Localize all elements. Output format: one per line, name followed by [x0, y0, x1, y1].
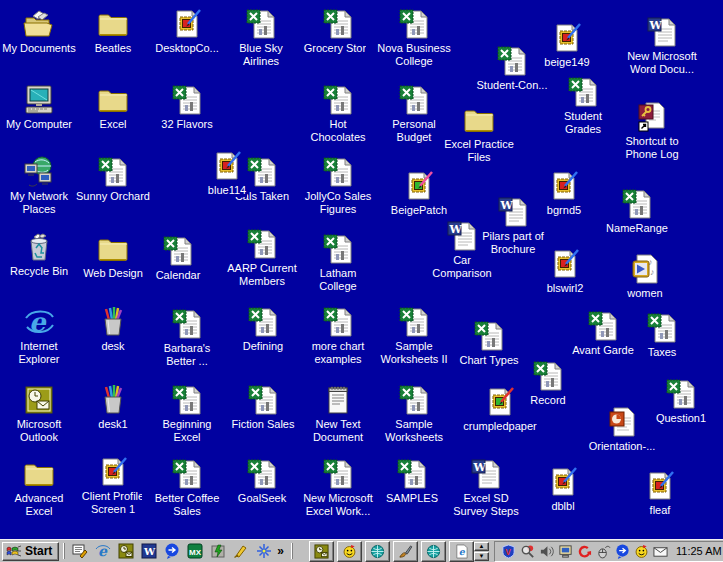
scroll-down-button[interactable]: ▼ — [474, 552, 489, 561]
quick-launch-msn-messenger-icon[interactable] — [163, 543, 180, 560]
desktop-icon-new-text-document[interactable]: New Text Document — [302, 384, 374, 444]
icon-label: My Documents — [1, 42, 76, 55]
paint-icon — [548, 170, 580, 202]
desktop-icon-shortcut-to-phone-log[interactable]: Shortcut to Phone Log — [612, 101, 692, 161]
desktop-icon-fiction-sales[interactable]: Fiction Sales — [221, 384, 305, 431]
desktop-icon-blue-sky-airlines[interactable]: Blue Sky Airlines — [231, 8, 291, 68]
desktop-icon-goalseek[interactable]: GoalSeek — [225, 458, 299, 505]
start-button[interactable]: Start — [2, 542, 59, 561]
desktop-icon-women[interactable]: ♪♪ women — [608, 253, 682, 300]
quick-launch-overflow-chevron[interactable]: » — [274, 544, 287, 558]
tray-antivirus-shield-icon[interactable]: V — [500, 543, 516, 559]
window-button-globe[interactable] — [365, 541, 390, 562]
desktop-icon-dblbl[interactable]: dblbl — [526, 466, 600, 513]
desktop-icon-new-microsoft-word-docu[interactable]: W New Microsoft Word Docu... — [614, 16, 710, 76]
paint-icon — [551, 22, 583, 54]
icon-label: Latham College — [309, 267, 367, 293]
window-button-outlook[interactable] — [309, 541, 334, 562]
desktop-icon-namerange[interactable]: NameRange — [595, 188, 679, 235]
desktop-icon-blue114[interactable]: blue114 — [190, 150, 264, 197]
quick-launch-studio-mx-icon[interactable]: MX — [186, 543, 203, 560]
excel-icon — [97, 156, 129, 188]
folder-icon — [463, 104, 495, 136]
desktop[interactable]: My Documents Beatles DesktopCo... Blue S… — [0, 0, 723, 539]
desktop-icon-more-chart-examples[interactable]: more chart examples — [299, 306, 377, 366]
desktop-icon-my-computer[interactable]: My Computer — [0, 84, 81, 131]
desktop-icon-bgrnd5[interactable]: bgrnd5 — [527, 170, 601, 217]
desktop-icon-car-comparison[interactable]: W Car Comparison — [424, 220, 500, 280]
excel-icon — [162, 235, 194, 267]
desktop-icon-beige149[interactable]: beige149 — [530, 22, 604, 69]
desktop-icon-microsoft-outlook[interactable]: Microsoft Outlook — [6, 384, 72, 444]
desktop-icon-beigepatch[interactable]: BeigePatch — [377, 170, 461, 217]
icon-label: GoalSeek — [237, 492, 287, 505]
quick-launch-show-desktop-icon[interactable] — [71, 543, 88, 560]
desktop-icon-my-documents[interactable]: My Documents — [0, 8, 81, 55]
icon-label: beige149 — [543, 56, 590, 69]
desktop-icon-nova-business-college[interactable]: Nova Business College — [366, 8, 462, 68]
desktop-icon-beginning-excel[interactable]: Beginning Excel — [153, 384, 221, 444]
icon-label: Blue Sky Airlines — [231, 42, 291, 68]
tray-quicktime-icon[interactable] — [576, 543, 592, 559]
quick-launch-flash-tool-icon[interactable] — [232, 543, 249, 560]
desktop-icon-aarp-current-members[interactable]: AARP Current Members — [212, 228, 312, 288]
desktop-icon-excel-sd-survey-steps[interactable]: W Excel SD Survey Steps — [448, 458, 524, 518]
desktop-icon-hot-chocolates[interactable]: Hot Chocolates — [301, 84, 375, 144]
icon-label: blue114 — [207, 184, 247, 197]
excel-icon — [396, 458, 428, 490]
desktop-icon-defining[interactable]: Defining — [226, 306, 300, 353]
icon-label: Sunny Orchard — [75, 190, 151, 203]
svg-text:V: V — [505, 546, 511, 556]
taskbar-grip-2[interactable] — [291, 543, 293, 559]
desktop-icon-calendar[interactable]: Calendar — [141, 235, 215, 282]
tray-mouse-icon[interactable] — [595, 543, 611, 559]
window-button-paintbrush-3[interactable] — [393, 541, 418, 562]
icon-label: My Computer — [5, 118, 73, 131]
desktop-icon-desktopco[interactable]: DesktopCo... — [150, 8, 224, 55]
desktop-icon-blswirl2[interactable]: blswirl2 — [528, 248, 602, 295]
desktop-icon-sample-worksheets[interactable]: Sample Worksheets — [374, 384, 454, 444]
quick-launch-winamp-icon[interactable] — [209, 543, 226, 560]
desktop-icon-recycle-bin[interactable]: Recycle Bin — [0, 231, 81, 278]
window-button-smiley[interactable] — [337, 541, 362, 562]
taskbar-grip[interactable] — [63, 543, 65, 559]
tray-smiley-icon[interactable] — [633, 543, 649, 559]
tray-mail-icon[interactable] — [652, 543, 668, 559]
desktop-icon-new-microsoft-excel-work[interactable]: New Microsoft Excel Work... — [290, 458, 386, 518]
desktop-icon-beatles[interactable]: Beatles — [76, 8, 150, 55]
desktop-icon-crumpledpaper[interactable]: crumpledpaper — [452, 386, 548, 433]
desktop-icon-latham-college[interactable]: Latham College — [309, 233, 367, 293]
tray-display-icon[interactable] — [557, 543, 573, 559]
quick-launch-word-icon[interactable]: W — [140, 543, 157, 560]
desktop-icon-taxes[interactable]: Taxes — [625, 312, 699, 359]
window-button-globe-4[interactable] — [421, 541, 446, 562]
desktop-icon-samples[interactable]: SAMPLES — [375, 458, 449, 505]
desktop-icon-32-flavors[interactable]: 32 Flavors — [150, 84, 224, 131]
scroll-up-button[interactable]: ▲ — [474, 542, 489, 551]
desktop-icon-question1[interactable]: Question1 — [644, 378, 718, 425]
window-button-ie-page-5[interactable]: e — [449, 541, 474, 562]
quick-launch-snowflake-tool-icon[interactable] — [255, 543, 272, 560]
tray-magnifier-icon[interactable] — [519, 543, 535, 559]
desktop-icon-student-grades[interactable]: Student Grades — [546, 76, 620, 136]
desktop-icon-excel[interactable]: Excel — [76, 84, 150, 131]
excel-icon — [646, 312, 678, 344]
desktop-icon-sample-worksheets-ii[interactable]: Sample Worksheets II — [374, 306, 454, 366]
desktop-icon-internet-explorer[interactable]: e Internet Explorer — [9, 306, 69, 366]
excel-icon — [171, 308, 203, 340]
quick-launch-outlook-icon[interactable] — [117, 543, 134, 560]
desktop-icon-desk1[interactable]: desk1 — [76, 384, 150, 431]
quick-launch-internet-explorer-icon[interactable]: e — [94, 543, 111, 560]
tray-msn-messenger-icon[interactable] — [614, 543, 630, 559]
desktop-icon-jollyco-sales-figures[interactable]: JollyCo Sales Figures — [290, 156, 386, 216]
desktop-icon-sunny-orchard[interactable]: Sunny Orchard — [68, 156, 158, 203]
desktop-icon-excel-practice-files[interactable]: Excel Practice Files — [434, 104, 524, 164]
tray-volume-icon[interactable] — [538, 543, 554, 559]
desktop-icon-better-coffee-sales[interactable]: Better Coffee Sales — [142, 458, 232, 518]
icon-label: Student Grades — [546, 110, 620, 136]
desktop-icon-desk[interactable]: desk — [76, 306, 150, 353]
desktop-icon-fleaf[interactable]: fleaf — [623, 470, 697, 517]
taskbar-clock[interactable]: 11:25 AM — [676, 545, 722, 557]
desktop-icon-advanced-excel[interactable]: Advanced Excel — [5, 458, 73, 518]
desktop-icon-barbara-s-better[interactable]: Barbara's Better ... — [154, 308, 220, 368]
